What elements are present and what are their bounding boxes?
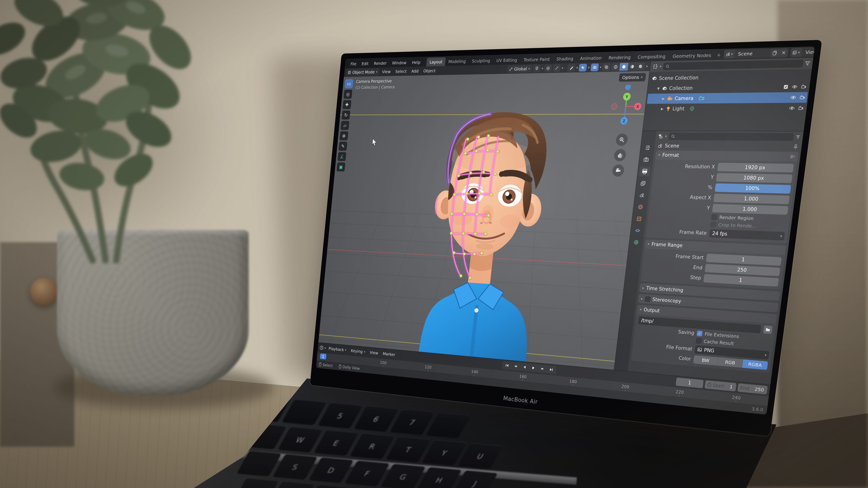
next-keyframe-button[interactable] bbox=[537, 365, 547, 373]
cache-result-checkbox[interactable] bbox=[696, 338, 702, 344]
tab-world-properties[interactable] bbox=[635, 202, 646, 212]
proportional-editing-toggle[interactable] bbox=[544, 65, 552, 72]
tab-animation[interactable]: Animation bbox=[576, 53, 606, 63]
timeline-menu-view[interactable]: View bbox=[368, 349, 380, 357]
timeline-menu-keying[interactable]: Keying▾ bbox=[349, 347, 367, 355]
jump-to-end-button[interactable] bbox=[547, 365, 556, 374]
tab-rendering[interactable]: Rendering bbox=[604, 52, 635, 62]
character-model[interactable] bbox=[369, 94, 598, 370]
aspect-x-field[interactable]: 1.000 bbox=[713, 194, 790, 204]
tab-tool-properties[interactable] bbox=[642, 143, 653, 153]
properties-editor-icon[interactable] bbox=[658, 134, 664, 139]
play-reverse-button[interactable] bbox=[520, 363, 529, 371]
menu-render[interactable]: Render bbox=[371, 59, 390, 68]
falloff-dropdown[interactable]: ▾ bbox=[561, 66, 563, 70]
resolution-percent-slider[interactable]: 100% bbox=[715, 184, 791, 194]
shading-dropdown[interactable]: ▾ bbox=[646, 65, 648, 68]
outliner-row-camera[interactable]: ▶ Camera bbox=[647, 92, 808, 104]
frame-end-field[interactable]: 250 bbox=[705, 264, 780, 276]
tab-sculpting[interactable]: Sculpting bbox=[468, 56, 494, 65]
breadcrumb-scene-label[interactable]: Scene bbox=[665, 143, 680, 149]
tool-add-object-button[interactable]: ▣ bbox=[336, 162, 345, 171]
filter-icon[interactable] bbox=[795, 134, 801, 139]
render-region-checkbox[interactable] bbox=[711, 214, 717, 220]
zoom-button[interactable] bbox=[615, 133, 628, 146]
resolution-x-field[interactable]: 1920 px bbox=[717, 163, 794, 172]
proportional-falloff-button[interactable] bbox=[553, 64, 561, 72]
playhead[interactable]: 1 bbox=[320, 354, 327, 359]
add-workspace-button[interactable]: + bbox=[714, 50, 723, 60]
snap-options-dropdown[interactable]: ▾ bbox=[541, 67, 544, 70]
playhead-frame-tag[interactable]: 1 bbox=[320, 354, 327, 359]
viewport-menu-view[interactable]: View bbox=[380, 68, 393, 75]
show-overlays-toggle[interactable] bbox=[590, 64, 599, 71]
open-folder-button[interactable] bbox=[763, 325, 773, 334]
start-frame-field[interactable]: Start1 bbox=[705, 380, 736, 391]
xray-toggle[interactable] bbox=[602, 63, 611, 71]
tab-physics-properties[interactable] bbox=[632, 226, 644, 235]
new-scene-button[interactable] bbox=[770, 48, 780, 58]
expand-arrow-icon[interactable]: ▼ bbox=[656, 87, 660, 90]
tool-scale-button[interactable]: ▱ bbox=[341, 121, 349, 130]
crop-to-render-checkbox[interactable] bbox=[710, 222, 716, 228]
file-extensions-checkbox[interactable]: ✓ bbox=[696, 330, 703, 336]
show-gizmo-toggle[interactable] bbox=[579, 64, 587, 71]
scene-icon[interactable]: ▾ bbox=[723, 52, 735, 57]
tool-select-box-button[interactable]: ▭ bbox=[345, 79, 353, 89]
camera-view-button[interactable] bbox=[612, 164, 625, 177]
properties-search-input[interactable] bbox=[668, 133, 794, 141]
timeline-editor-icon[interactable] bbox=[319, 345, 324, 351]
filter-icon[interactable] bbox=[805, 61, 810, 66]
gizmo-dropdown[interactable]: ▾ bbox=[588, 66, 590, 69]
eye-icon[interactable] bbox=[791, 85, 798, 89]
viewport-menu-add[interactable]: Add bbox=[409, 67, 421, 75]
viewlayer-icon[interactable]: ▾ bbox=[790, 50, 802, 55]
timeline-menu-marker[interactable]: Marker bbox=[380, 350, 397, 358]
mode-dropdown[interactable]: Object Mode ▾ bbox=[346, 68, 379, 76]
render-visibility-camera-icon[interactable] bbox=[798, 106, 804, 110]
viewport-menu-select[interactable]: Select bbox=[393, 68, 409, 75]
tab-render-properties[interactable] bbox=[640, 155, 652, 164]
overlays-dropdown[interactable]: ▾ bbox=[600, 65, 601, 69]
stereoscopy-checkbox[interactable] bbox=[645, 296, 651, 302]
shading-rendered-button[interactable] bbox=[636, 62, 645, 70]
preset-menu-icon[interactable] bbox=[790, 155, 795, 158]
aspect-y-field[interactable]: 1.000 bbox=[712, 204, 788, 215]
tab-compositing[interactable]: Compositing bbox=[634, 52, 670, 62]
tab-output-properties[interactable] bbox=[639, 167, 650, 176]
shading-material-button[interactable] bbox=[628, 63, 637, 71]
scene-name-field[interactable]: Scene bbox=[734, 49, 771, 58]
close-scene-icon[interactable]: ✕ bbox=[779, 48, 789, 57]
transform-orientation-dropdown[interactable]: Global ▾ bbox=[507, 65, 532, 73]
tab-uv-editing[interactable]: UV Editing bbox=[493, 55, 521, 65]
outliner-search-input[interactable] bbox=[663, 60, 804, 70]
play-button[interactable] bbox=[529, 364, 538, 372]
viewlayer-name-field[interactable]: ViewLayer bbox=[801, 47, 815, 57]
tab-texture-paint[interactable]: Texture Paint bbox=[520, 55, 554, 64]
options-button[interactable]: Options ▾ bbox=[619, 73, 646, 82]
tool-rotate-button[interactable]: ↻ bbox=[342, 110, 350, 120]
eye-icon[interactable] bbox=[790, 95, 797, 100]
color-rgb-button[interactable]: RGB bbox=[717, 357, 743, 368]
tab-geometry-nodes[interactable]: Geometry Nodes bbox=[669, 50, 716, 61]
color-rgba-button[interactable]: RGBA bbox=[742, 359, 768, 370]
eye-icon[interactable] bbox=[789, 106, 795, 110]
tab-shading[interactable]: Shading bbox=[553, 54, 577, 64]
expand-arrow-icon[interactable]: ▶ bbox=[661, 97, 665, 100]
tab-layout[interactable]: Layout bbox=[426, 57, 446, 67]
pin-icon[interactable] bbox=[793, 144, 799, 150]
tool-move-button[interactable]: ✚ bbox=[342, 100, 351, 109]
expand-arrow-icon[interactable]: ▶ bbox=[660, 107, 664, 111]
tab-modeling[interactable]: Modeling bbox=[445, 57, 469, 66]
snap-magnet-toggle[interactable] bbox=[533, 65, 541, 72]
tool-annotate-button[interactable]: ✎ bbox=[339, 142, 347, 151]
shading-solid-button[interactable] bbox=[619, 63, 629, 71]
menu-help[interactable]: Help bbox=[409, 58, 423, 67]
current-frame-field[interactable]: 1 bbox=[676, 378, 704, 388]
render-visibility-camera-icon[interactable] bbox=[801, 85, 807, 89]
pan-hand-button[interactable] bbox=[613, 149, 626, 161]
render-visibility-camera-icon[interactable] bbox=[799, 95, 805, 100]
timeline-menu-playback[interactable]: Playback▾ bbox=[327, 345, 348, 354]
outliner-row-light[interactable]: ▶ Light bbox=[646, 103, 806, 114]
menu-window[interactable]: Window bbox=[390, 58, 409, 67]
